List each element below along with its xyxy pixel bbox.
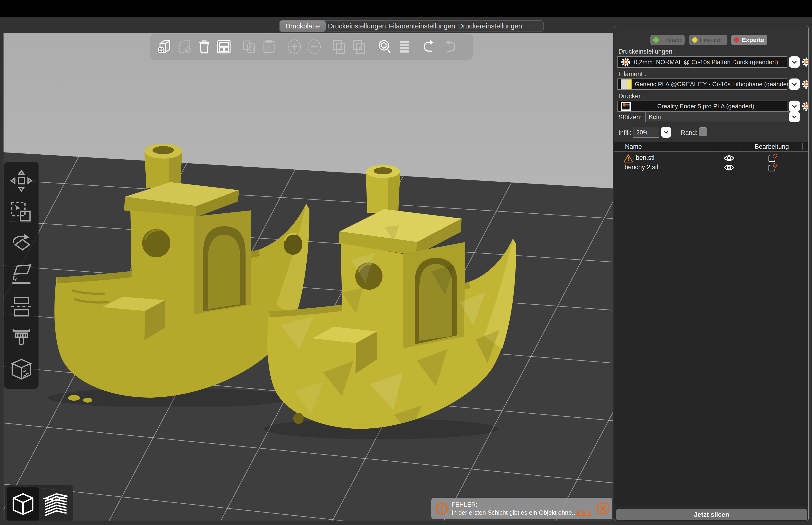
toast-close-button[interactable] xyxy=(597,503,609,514)
object-list: ben.stl benchy 2.stl xyxy=(614,152,809,506)
remove-instance-icon[interactable] xyxy=(305,38,323,56)
visibility-eye-icon[interactable] xyxy=(724,164,734,171)
paste-icon[interactable] xyxy=(260,38,278,56)
remove-object-icon[interactable] xyxy=(176,38,193,56)
printer-value: Creality Ender 5 pro PLA (geändert) xyxy=(634,103,787,110)
tab-label: Druckeinstellungen xyxy=(328,22,386,30)
settings-panel: Einfach Erweitert Experte Druckeinstellu… xyxy=(614,26,809,521)
mode-einfach-button[interactable]: Einfach xyxy=(650,35,685,45)
error-toast: FEHLER: In der ersten Schicht gibt es ei… xyxy=(431,498,612,519)
variable-layer-height-icon[interactable] xyxy=(396,38,413,56)
panel-scrollbar[interactable] xyxy=(808,27,809,520)
brim-checkbox[interactable] xyxy=(699,127,707,136)
place-on-face-tool-icon[interactable] xyxy=(9,263,34,287)
chevron-down-icon xyxy=(791,114,797,120)
3d-viewport[interactable]: O P xyxy=(3,33,613,521)
print-settings-dropdown-button[interactable] xyxy=(789,56,800,68)
app-window-frame: Druckplatte Druckeinstellungen Filamente… xyxy=(0,17,812,525)
print-settings-label: Druckeinstellungen : xyxy=(618,48,676,55)
copy-icon[interactable] xyxy=(241,38,258,56)
object-name: ben.stl xyxy=(636,154,655,162)
undo-icon[interactable] xyxy=(421,38,439,56)
infill-dropdown-button[interactable] xyxy=(661,127,671,138)
svg-text:O: O xyxy=(339,46,343,52)
tab-druckeinstellungen[interactable]: Druckeinstellungen xyxy=(326,21,388,31)
tab-label: Filamenteinstellungen xyxy=(389,22,455,30)
arrange-icon[interactable] xyxy=(215,38,233,56)
error-title: FEHLER: xyxy=(451,500,591,509)
object-name: benchy 2.stl xyxy=(625,164,658,171)
viewport-toolbar: O P xyxy=(150,34,473,60)
tab-druckereinstellungen[interactable]: Druckereinstellungen xyxy=(456,21,524,31)
error-text: FEHLER: In der ersten Schicht gibt es ei… xyxy=(451,500,591,516)
chevron-down-icon xyxy=(663,130,669,135)
mode-erweitert-button[interactable]: Erweitert xyxy=(689,35,727,45)
gizmo-toolbar xyxy=(4,162,39,389)
infill-label: Infill: xyxy=(618,129,631,137)
print-settings-value: 0,2mm_NORMAL @ Cr-10s Platten Durck (geä… xyxy=(634,59,787,66)
column-divider xyxy=(802,143,803,150)
add-object-icon[interactable] xyxy=(156,38,173,56)
mode-label: Experte xyxy=(742,36,764,44)
search-icon[interactable] xyxy=(376,38,393,56)
brim-label: Rand: xyxy=(681,129,698,137)
edit-header: Bearbeitung xyxy=(755,143,789,150)
mode-green-gem-icon xyxy=(653,37,659,43)
filament-color-swatch-icon xyxy=(621,79,631,89)
chevron-down-icon xyxy=(791,103,797,109)
top-tab-bar: Druckplatte Druckeinstellungen Filamente… xyxy=(279,20,544,32)
svg-text:P: P xyxy=(358,46,362,52)
printer-icon xyxy=(621,102,631,111)
filament-combo[interactable]: Generic PLA @CREALITY - Cr-10s Lithophan… xyxy=(617,78,787,90)
cut-tool-icon[interactable] xyxy=(9,295,34,319)
filament-dropdown-button[interactable] xyxy=(789,78,800,90)
error-message: In der ersten Schicht gibt es ein Objekt… xyxy=(451,509,591,516)
error-icon xyxy=(435,502,448,515)
delete-all-icon[interactable] xyxy=(196,38,213,56)
move-tool-icon[interactable] xyxy=(9,168,34,193)
split-objects-icon[interactable]: O xyxy=(331,38,348,56)
column-divider xyxy=(740,143,741,150)
column-divider xyxy=(718,143,718,150)
tab-filamenteinstellungen[interactable]: Filamenteinstellungen xyxy=(388,21,456,31)
supports-select[interactable]: Kein xyxy=(645,111,789,122)
chevron-down-icon xyxy=(791,81,797,87)
edit-object-icon[interactable] xyxy=(767,163,778,173)
mode-experte-button[interactable]: Experte xyxy=(731,35,767,45)
error-more-link[interactable]: Mehr xyxy=(577,509,591,516)
tab-label: Druckplatte xyxy=(286,22,320,30)
filament-label: Filament : xyxy=(618,71,646,78)
close-icon xyxy=(599,505,607,512)
sliced-preview-icon xyxy=(42,491,69,518)
tab-label: Druckereinstellungen xyxy=(458,22,522,30)
scale-tool-icon[interactable] xyxy=(9,200,34,224)
view-mode-toggles xyxy=(5,485,73,521)
visibility-eye-icon[interactable] xyxy=(724,155,734,162)
preview-view-button[interactable] xyxy=(39,487,72,521)
infill-select[interactable]: 20% xyxy=(633,127,659,138)
printer-dropdown-button[interactable] xyxy=(789,101,800,112)
model-benchy-2[interactable] xyxy=(252,161,518,441)
edit-object-icon[interactable] xyxy=(767,153,778,164)
warning-icon xyxy=(624,154,633,163)
print-settings-gear-icon xyxy=(621,57,631,67)
seam-paint-tool-icon[interactable] xyxy=(9,357,34,382)
support-paint-tool-icon[interactable] xyxy=(9,326,34,350)
supports-value: Kein xyxy=(649,113,661,121)
tab-druckplatte[interactable]: Druckplatte xyxy=(280,20,326,32)
mode-yellow-gem-icon xyxy=(691,37,698,43)
split-parts-icon[interactable]: P xyxy=(351,38,368,56)
slicer-app-window: Druckplatte Druckeinstellungen Filamente… xyxy=(0,0,812,525)
redo-icon[interactable] xyxy=(441,38,458,56)
supports-dropdown-button[interactable] xyxy=(789,111,800,122)
print-settings-combo[interactable]: 0,2mm_NORMAL @ Cr-10s Platten Durck (geä… xyxy=(617,56,787,68)
add-instance-icon[interactable] xyxy=(286,38,303,56)
printer-combo[interactable]: Creality Ender 5 pro PLA (geändert) xyxy=(617,101,787,112)
name-header: Name xyxy=(625,143,642,150)
chevron-down-icon xyxy=(791,59,797,65)
3d-editor-icon xyxy=(10,491,36,517)
mode-label: Einfach xyxy=(661,36,681,44)
rotate-tool-icon[interactable] xyxy=(9,231,34,256)
editor-view-button[interactable] xyxy=(7,487,39,521)
slice-now-button[interactable]: Jetzt slicen xyxy=(616,509,807,520)
